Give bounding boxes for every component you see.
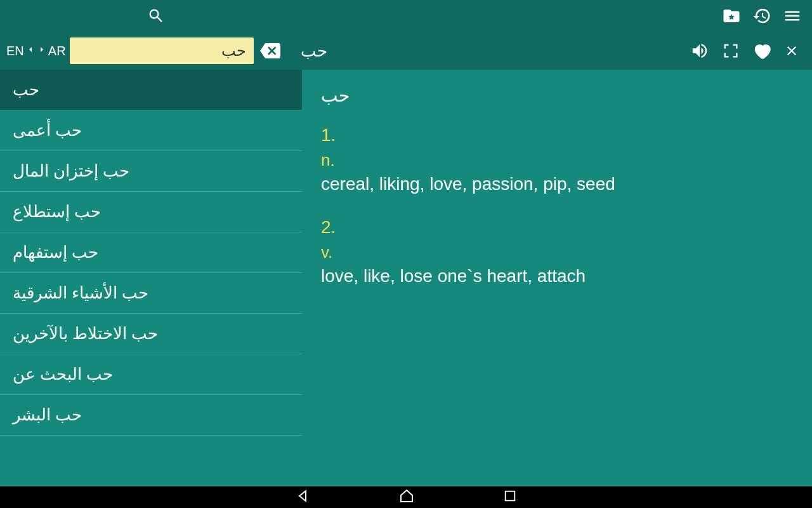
search-input[interactable]	[70, 37, 254, 64]
heart-icon[interactable]	[752, 41, 771, 60]
lang-to: AR	[48, 44, 66, 58]
sidebar-item-label: حب الاختلاط بالآخرين	[13, 324, 158, 344]
translation-text: cereal, liking, love, passion, pip, seed	[321, 174, 793, 194]
sidebar-item-label: حب إختزان المال	[13, 161, 129, 181]
sidebar-item-label: حب البحث عن	[13, 364, 113, 384]
language-switcher[interactable]: EN AR	[0, 43, 66, 58]
chevron-left-icon	[25, 43, 36, 58]
sidebar-item-label: حب إستفهام	[13, 243, 98, 262]
sidebar-item-label: حب البشر	[13, 405, 82, 425]
recent-nav-icon[interactable]	[503, 489, 517, 505]
sense-number: 1.	[321, 125, 793, 145]
close-icon[interactable]	[784, 43, 799, 58]
sense-number: 2.	[321, 217, 793, 237]
android-nav-bar	[0, 486, 812, 508]
clear-search-icon[interactable]	[259, 39, 282, 62]
menu-icon[interactable]	[783, 6, 802, 25]
chevron-right-icon	[37, 43, 47, 58]
search-bar: EN AR حب	[0, 32, 812, 70]
sidebar-item[interactable]: حب البحث عن	[0, 354, 302, 395]
part-of-speech: n.	[321, 150, 793, 170]
sidebar-item-label: حب الأشياء الشرقية	[13, 283, 148, 303]
top-bar	[0, 0, 812, 32]
detail-word: حب	[321, 85, 793, 106]
fullscreen-icon[interactable]	[722, 42, 740, 60]
app-window: EN AR حب	[0, 0, 812, 486]
sidebar-item[interactable]: حب الأشياء الشرقية	[0, 273, 302, 314]
lang-from: EN	[6, 44, 24, 58]
sidebar-item[interactable]: حب الاختلاط بالآخرين	[0, 314, 302, 354]
sidebar-item[interactable]: حب إستطلاع	[0, 192, 302, 232]
sidebar-item[interactable]: حب أعمى	[0, 110, 302, 151]
sidebar-item[interactable]: حب	[0, 70, 302, 110]
detail-panel: حب 1.n.cereal, liking, love, passion, pi…	[302, 70, 812, 486]
sidebar-item[interactable]: حب إختزان المال	[0, 151, 302, 192]
search-icon[interactable]	[147, 7, 165, 25]
sidebar-item[interactable]: حب البشر	[0, 395, 302, 436]
favorites-folder-icon[interactable]	[722, 6, 741, 25]
word-list: حبحب أعمىحب إختزان المالحب إستطلاعحب إست…	[0, 70, 302, 486]
home-nav-icon[interactable]	[399, 488, 414, 506]
sidebar-item-label: حب إستطلاع	[13, 202, 101, 222]
speaker-icon[interactable]	[690, 41, 709, 60]
header-word: حب	[301, 41, 327, 61]
history-icon[interactable]	[752, 6, 771, 25]
content: حبحب أعمىحب إختزان المالحب إستطلاعحب إست…	[0, 70, 812, 486]
svg-rect-0	[506, 491, 515, 501]
back-nav-icon[interactable]	[295, 488, 310, 506]
part-of-speech: v.	[321, 243, 793, 262]
translation-text: love, like, lose one`s heart, attach	[321, 266, 793, 286]
sidebar-item-label: حب أعمى	[13, 121, 82, 140]
sidebar-item-label: حب	[13, 80, 39, 100]
sidebar-item[interactable]: حب إستفهام	[0, 232, 302, 273]
